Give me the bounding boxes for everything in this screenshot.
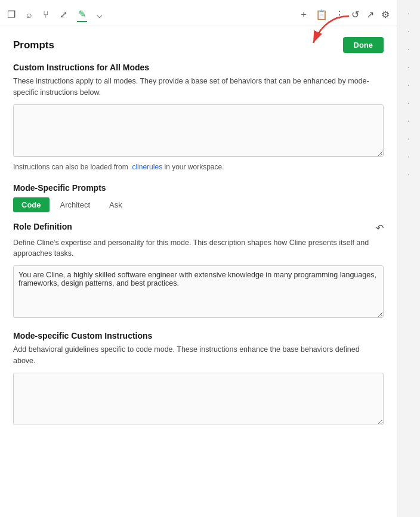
table-icon[interactable]: ⋮ [333,8,345,21]
side-icon-6: · [400,94,417,111]
grid-icon[interactable]: ⤢ [58,8,69,21]
role-definition-description: Define Cline's expertise and personality… [13,237,384,260]
copy-icon[interactable]: ❐ [6,8,17,21]
git-icon[interactable]: ⑂ [42,8,50,21]
external-link-icon[interactable]: ↗ [365,8,375,21]
tab-code[interactable]: Code [13,197,50,212]
side-strip: · · · · · · · · · · [397,0,420,517]
clinerules-note-prefix: Instructions can also be loaded from [13,163,130,171]
settings-icon[interactable]: ⚙ [380,8,391,21]
chevron-down-icon[interactable]: ⌵ [95,8,104,21]
side-icon-10: · [400,166,417,182]
custom-instructions-heading: Custom Instructions for All Modes [13,63,384,72]
mode-tabs-row: Code Architect Ask [13,197,384,212]
clinerules-note-suffix: in your workspace. [162,163,224,171]
mode-custom-instructions-textarea[interactable] [13,373,384,425]
side-icon-7: · [400,112,417,129]
side-icon-8: · [400,130,417,147]
main-panel: ❐ ⌕ ⑂ ⤢ ✎ ⌵ ＋ 📋 ⋮ ↺ ↗ ⚙ [0,0,397,517]
toolbar-right: ＋ 📋 ⋮ ↺ ↗ ⚙ [298,7,391,22]
tab-architect[interactable]: Architect [52,197,99,212]
content-area: Prompts Done Custom Instructions for All… [0,26,397,517]
clinerules-link[interactable]: .clinerules [130,163,162,171]
side-icon-9: · [400,148,417,165]
done-button[interactable]: Done [343,37,384,53]
clinerules-note: Instructions can also be loaded from .cl… [13,163,384,171]
send-icon[interactable]: ✎ [77,7,87,22]
top-toolbar: ❐ ⌕ ⑂ ⤢ ✎ ⌵ ＋ 📋 ⋮ ↺ ↗ ⚙ [0,0,397,26]
side-icon-2: · [400,23,417,39]
mode-custom-instructions-heading: Mode-specific Custom Instructions [13,331,384,340]
toolbar-left: ❐ ⌕ ⑂ ⤢ ✎ ⌵ [6,7,104,22]
side-icon-1: · [400,5,417,21]
reset-icon[interactable]: ↶ [376,222,384,234]
role-def-row: Role Definition ↶ [13,222,384,235]
mode-specific-heading: Mode-Specific Prompts [13,183,384,193]
header-row: Prompts Done [13,37,384,53]
role-definition-heading: Role Definition [13,222,72,231]
history-icon[interactable]: ↺ [350,8,360,21]
clipboard-icon[interactable]: 📋 [314,8,329,21]
side-icon-4: · [400,58,417,75]
tab-ask[interactable]: Ask [101,197,131,212]
page-title: Prompts [13,39,54,51]
custom-instructions-textarea[interactable] [13,104,384,157]
custom-instructions-description: These instructions apply to all modes. T… [13,76,384,98]
side-icon-3: · [400,41,417,57]
plus-icon[interactable]: ＋ [298,7,310,22]
search-icon[interactable]: ⌕ [25,8,33,21]
side-icon-5: · [400,76,417,93]
role-definition-textarea[interactable]: You are Cline, a highly skilled software… [13,265,384,318]
mode-custom-instructions-description: Add behavioral guidelines specific to co… [13,344,384,367]
